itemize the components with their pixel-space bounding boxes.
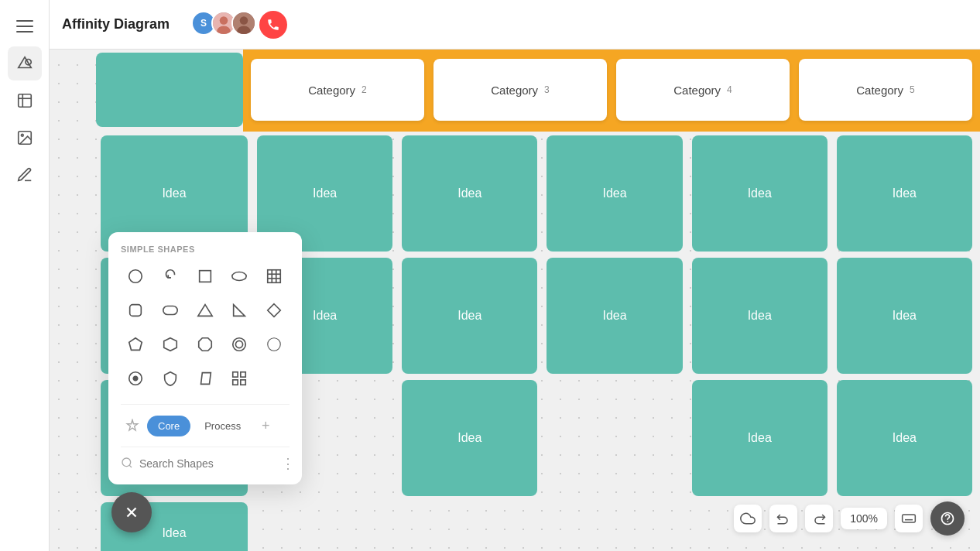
shape-grid[interactable] [224,364,254,393]
svg-marker-27 [198,338,211,351]
header: Affinity Diagram S [50,0,980,50]
idea-cell-1-2[interactable]: Idea [402,135,537,252]
shape-undo[interactable] [156,262,185,291]
shape-table[interactable] [259,262,289,291]
svg-marker-33 [200,373,211,385]
shape-tabs: Core Process + [121,404,290,437]
hamburger-icon [8,9,42,43]
svg-point-7 [220,16,228,25]
svg-marker-24 [268,304,281,317]
image-button[interactable] [8,121,42,155]
category-card-5[interactable]: Category 5 [799,59,972,121]
shape-octagon[interactable] [190,330,220,359]
menu-button[interactable] [8,9,42,43]
svg-rect-42 [903,515,916,522]
category-label-3: Category [491,84,538,97]
svg-rect-37 [241,380,245,385]
redo-button[interactable] [805,505,833,532]
shape-pentagon[interactable] [121,330,150,359]
svg-rect-21 [163,306,177,315]
svg-point-32 [133,376,138,381]
shape-tab-icon[interactable] [121,414,144,437]
help-button[interactable] [930,501,965,536]
shapes-icon [16,55,33,72]
idea-cell-1-4[interactable]: Idea [692,135,828,252]
frame-icon [16,92,33,109]
tab-core[interactable]: Core [147,416,190,436]
idea-cell-1-5[interactable]: Idea [837,135,972,252]
category-card-4[interactable]: Category 4 [616,59,790,121]
shape-search: ⋮ [121,447,290,472]
shape-ellipse[interactable] [224,262,254,291]
keyboard-icon [901,511,917,526]
svg-rect-15 [268,270,281,283]
tab-process[interactable]: Process [194,416,252,436]
shape-hexagon[interactable] [156,330,185,359]
shape-circle-outline[interactable] [224,330,254,359]
category-card-3[interactable]: Category 3 [433,59,607,121]
left-category-card[interactable] [96,53,243,127]
idea-cell-2-3[interactable]: Idea [547,258,682,374]
svg-marker-25 [129,338,142,351]
cloud-button[interactable] [734,505,762,532]
tab-add-button[interactable]: + [255,415,276,436]
shape-diamond[interactable] [259,296,289,325]
shape-right-triangle[interactable] [224,296,254,325]
shapes-button[interactable] [8,46,42,80]
svg-marker-23 [234,305,245,317]
shape-shield[interactable] [156,364,185,393]
svg-point-5 [21,134,23,136]
category-label-2: Category [308,84,355,97]
search-icon [121,457,133,471]
idea-cell-3-3-empty [547,380,682,496]
categories-row: Category 2 Category 3 Category 4 Categor… [246,53,977,127]
canvas-area[interactable]: Category 2 Category 3 Category 4 Categor… [50,0,980,551]
keyboard-button[interactable] [895,505,923,532]
idea-cell-1-3[interactable]: Idea [547,135,682,252]
idea-cell-2-4[interactable]: Idea [692,258,828,374]
svg-point-10 [240,16,248,25]
svg-point-29 [236,341,243,347]
svg-rect-34 [233,372,238,377]
zoom-level: 100% [841,508,887,529]
svg-marker-22 [197,305,211,317]
shape-square[interactable] [190,262,220,291]
fab-button[interactable] [111,492,152,532]
idea-cell-2-2[interactable]: Idea [402,258,537,374]
shape-circle-thin[interactable] [259,330,289,359]
help-icon [940,511,955,526]
category-num-5: 5 [910,84,915,95]
svg-point-14 [232,272,246,281]
shape-triangle[interactable] [190,296,220,325]
left-toolbar [0,0,50,551]
draw-button[interactable] [8,158,42,192]
idea-cell-2-5[interactable]: Idea [837,258,972,374]
phone-icon [266,18,280,32]
image-icon [16,129,33,146]
shape-parallelogram[interactable] [190,364,220,393]
close-icon [123,504,140,521]
phone-button[interactable] [259,11,287,39]
shape-rounded-square[interactable] [121,296,150,325]
search-input[interactable] [139,457,275,470]
shape-circle-solid[interactable] [121,364,150,393]
frame-button[interactable] [8,84,42,118]
search-more-button[interactable]: ⋮ [281,455,295,472]
cloud-icon [740,511,756,526]
idea-cell-3-4[interactable]: Idea [692,380,828,496]
idea-cell-3-2[interactable]: Idea [402,380,537,496]
svg-point-28 [233,338,246,351]
avatar-img-b [233,11,255,36]
svg-point-30 [268,338,281,351]
category-card-2[interactable]: Category 2 [251,59,424,121]
shape-circle[interactable] [121,262,150,291]
svg-rect-13 [199,271,211,282]
category-num-4: 4 [727,84,732,95]
redo-icon [811,511,827,526]
draw-icon [16,166,33,183]
undo-button[interactable] [769,505,797,532]
bottom-controls: 100% [734,501,965,536]
avatar-b [231,11,256,36]
idea-cell-3-5[interactable]: Idea [837,380,972,496]
shape-stadium[interactable] [156,296,185,325]
